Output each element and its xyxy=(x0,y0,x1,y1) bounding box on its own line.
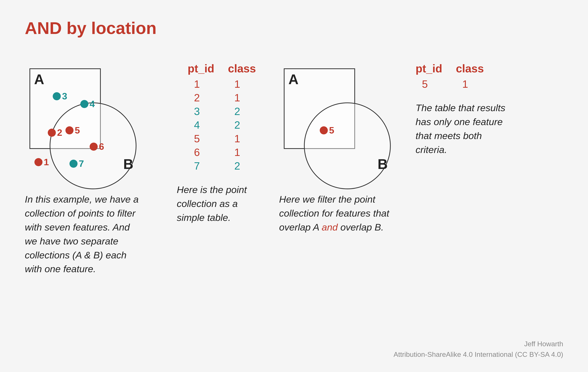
table-row: 1 1 xyxy=(188,78,247,90)
table-row: 4 2 xyxy=(188,119,247,131)
td-class-4: 1 xyxy=(228,133,247,145)
point-6: 6 xyxy=(90,141,104,152)
page-title: AND by location xyxy=(25,19,563,37)
point-5-result: 5 xyxy=(320,125,334,136)
dot-5 xyxy=(65,126,74,134)
point-label-5-result: 5 xyxy=(329,125,334,136)
table-row: 7 2 xyxy=(188,160,247,172)
label-b-1: B xyxy=(123,156,133,172)
footer-line2: Attribution-ShareAlike 4.0 International… xyxy=(394,349,563,360)
result-section: pt_id class 5 1 The table that results h… xyxy=(416,62,563,157)
td-class-2: 2 xyxy=(228,105,247,117)
result-th-class: class xyxy=(456,62,474,75)
td-ptid-3: 4 xyxy=(188,119,206,131)
table-header-row: pt_id class xyxy=(188,62,247,75)
td-class-0: 1 xyxy=(228,78,247,90)
point-7: 7 xyxy=(69,158,84,169)
diagram2-section: A B 5 Here we filter the point collectio… xyxy=(279,62,400,234)
content-row: A B 1 2 3 xyxy=(25,62,563,276)
td-class-5: 1 xyxy=(228,146,247,158)
dot-1 xyxy=(34,158,42,166)
td-ptid-5: 6 xyxy=(188,146,206,158)
dot-5-result xyxy=(320,126,328,134)
diagram2-description: Here we filter the point collection for … xyxy=(279,192,397,234)
th-ptid: pt_id xyxy=(188,62,206,75)
dot-7 xyxy=(69,160,78,168)
table-section: pt_id class 1 1 2 1 3 2 4 2 5 1 6 1 7 2 xyxy=(171,62,264,225)
td-class-3: 2 xyxy=(228,119,247,131)
footer-line1: Jeff Howarth xyxy=(394,339,563,349)
result-th-ptid: pt_id xyxy=(416,62,434,75)
table-description: Here is the point collection as a simple… xyxy=(177,183,257,225)
result-rows: 5 1 xyxy=(416,78,474,90)
point-5: 5 xyxy=(65,125,80,136)
td-class-1: 1 xyxy=(228,92,247,104)
th-class: class xyxy=(228,62,247,75)
result-td-ptid-0: 5 xyxy=(416,78,434,90)
table-row: 3 2 xyxy=(188,105,247,117)
table-row: 6 1 xyxy=(188,146,247,158)
point-label-6: 6 xyxy=(99,141,104,152)
result-description: The table that results has only one feat… xyxy=(416,101,509,157)
point-label-3: 3 xyxy=(62,91,67,102)
td-ptid-0: 1 xyxy=(188,78,206,90)
result-row: 5 1 xyxy=(416,78,474,90)
point-2: 2 xyxy=(48,127,62,138)
dot-3 xyxy=(53,92,61,100)
venn-diagram-1: A B 1 2 3 xyxy=(25,62,146,183)
result-td-class-0: 1 xyxy=(456,78,474,90)
point-label-4: 4 xyxy=(90,99,95,109)
point-label-1: 1 xyxy=(44,157,49,167)
table-rows: 1 1 2 1 3 2 4 2 5 1 6 1 7 2 xyxy=(188,78,247,172)
label-a-1: A xyxy=(34,72,44,87)
data-table: pt_id class 1 1 2 1 3 2 4 2 5 1 6 1 7 2 xyxy=(188,62,247,174)
point-label-7: 7 xyxy=(79,158,84,169)
td-class-6: 2 xyxy=(228,160,247,172)
point-label-5: 5 xyxy=(75,125,80,136)
td-ptid-2: 3 xyxy=(188,105,206,117)
label-b-2: B xyxy=(378,156,388,172)
table-row: 5 1 xyxy=(188,133,247,145)
point-3: 3 xyxy=(53,91,67,102)
td-ptid-4: 5 xyxy=(188,133,206,145)
diagram1-section: A B 1 2 3 xyxy=(25,62,152,276)
table-row: 2 1 xyxy=(188,92,247,104)
dot-2 xyxy=(48,129,56,137)
page: AND by location A B 1 2 xyxy=(0,0,588,372)
td-ptid-6: 7 xyxy=(188,160,206,172)
label-a-2: A xyxy=(288,72,298,87)
footer: Jeff Howarth Attribution-ShareAlike 4.0 … xyxy=(394,339,563,360)
point-1: 1 xyxy=(34,157,49,167)
result-table: pt_id class 5 1 xyxy=(416,62,474,92)
point-label-2: 2 xyxy=(57,127,62,138)
venn-diagram-2: A B 5 xyxy=(279,62,400,183)
circle-b-2 xyxy=(304,103,391,189)
result-header-row: pt_id class xyxy=(416,62,474,75)
point-4: 4 xyxy=(80,99,95,109)
dot-6 xyxy=(90,143,98,151)
dot-4 xyxy=(80,100,88,108)
diagram1-description: In this example, we have a collection of… xyxy=(25,192,143,276)
td-ptid-1: 2 xyxy=(188,92,206,104)
